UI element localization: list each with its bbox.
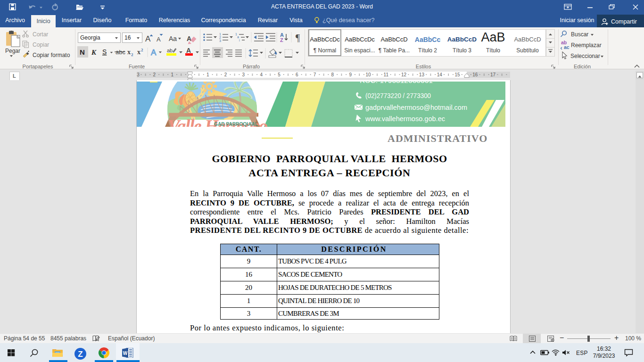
svg-text:Z: Z bbox=[280, 37, 283, 43]
svg-text:7: 7 bbox=[314, 72, 316, 77]
svg-text:Aa: Aa bbox=[169, 35, 177, 42]
svg-text:9: 9 bbox=[349, 72, 352, 77]
svg-text:5: 5 bbox=[278, 72, 281, 77]
svg-text:2: 2 bbox=[131, 52, 133, 57]
svg-text:8: 8 bbox=[331, 72, 334, 77]
svg-text:RUC: 1790312660001: RUC: 1790312660001 bbox=[360, 82, 433, 84]
svg-text:1: 1 bbox=[171, 72, 173, 77]
svg-text:2: 2 bbox=[153, 72, 156, 77]
svg-text:ab: ab bbox=[167, 48, 173, 53]
svg-text:16: 16 bbox=[472, 72, 478, 77]
svg-text:2: 2 bbox=[219, 36, 221, 39]
svg-text:1: 1 bbox=[219, 33, 221, 36]
svg-text:N: N bbox=[80, 48, 85, 56]
svg-text:4: 4 bbox=[260, 72, 263, 77]
svg-text:ac: ac bbox=[564, 44, 570, 50]
svg-text:15: 15 bbox=[454, 72, 460, 77]
svg-text:12: 12 bbox=[401, 72, 407, 77]
svg-text:(02)2773220 / 2773300: (02)2773220 / 2773300 bbox=[365, 91, 431, 99]
svg-text:11: 11 bbox=[384, 72, 389, 77]
svg-text:W: W bbox=[123, 351, 128, 356]
svg-text:2: 2 bbox=[141, 48, 143, 52]
svg-text:A: A bbox=[157, 36, 161, 43]
svg-text:14: 14 bbox=[437, 72, 443, 77]
svg-text:3: 3 bbox=[137, 72, 140, 77]
svg-text:2: 2 bbox=[224, 72, 227, 77]
svg-text:Z: Z bbox=[78, 350, 83, 359]
svg-text:1: 1 bbox=[206, 72, 209, 77]
svg-text:S: S bbox=[102, 48, 107, 56]
svg-text:3: 3 bbox=[219, 39, 221, 42]
svg-text:A: A bbox=[151, 48, 157, 57]
svg-text:a: a bbox=[237, 35, 239, 39]
svg-text:3: 3 bbox=[242, 72, 245, 77]
svg-text:13: 13 bbox=[419, 72, 425, 77]
svg-text:17: 17 bbox=[490, 72, 496, 77]
svg-text:www.vallehermoso.gob.ec: www.vallehermoso.gob.ec bbox=[365, 115, 445, 123]
svg-text:A: A bbox=[145, 34, 151, 43]
svg-text:i: i bbox=[239, 39, 240, 42]
svg-text:6: 6 bbox=[296, 72, 298, 77]
svg-text:GAD PARROQUIAL: GAD PARROQUIAL bbox=[214, 121, 258, 127]
svg-text:10: 10 bbox=[365, 72, 371, 77]
svg-text:¶: ¶ bbox=[296, 33, 300, 43]
svg-text:x: x bbox=[137, 49, 140, 56]
svg-text:x: x bbox=[127, 49, 131, 56]
svg-text:K: K bbox=[91, 49, 97, 56]
svg-text:gadprvallehermoso@hotmail.com: gadprvallehermoso@hotmail.com bbox=[365, 103, 467, 111]
svg-text:A: A bbox=[186, 47, 191, 54]
